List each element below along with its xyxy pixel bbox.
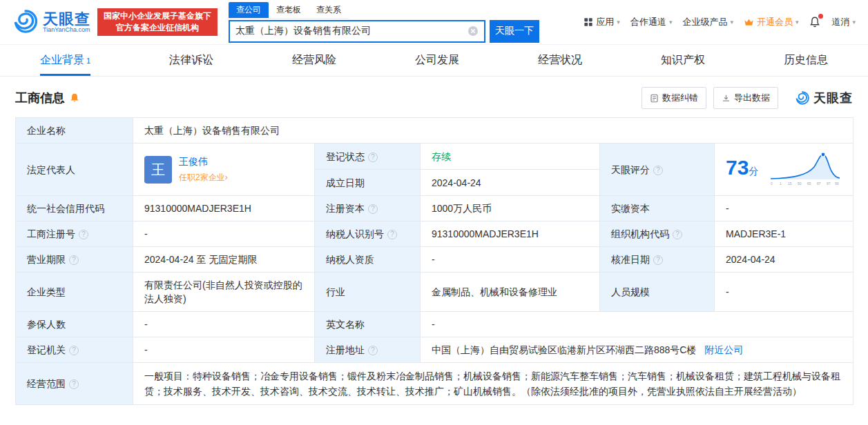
- address-label-text: 注册地址: [326, 344, 365, 355]
- top-menu: 应用 ▾ 合作通道 ▾ 企业级产品 ▾ 开通会员 ▾ 道消 ▾: [584, 16, 856, 28]
- gov-certification-badge: 国家中小企业发展子基金旗下 官方备案企业征信机构: [97, 8, 218, 36]
- org-code-label: 组织机构代码?: [600, 221, 715, 247]
- business-term-value: 2024-04-24 至 无固定期限: [133, 247, 315, 273]
- info-icon[interactable]: ?: [653, 166, 663, 175]
- tab-company-development[interactable]: 公司发展: [415, 45, 459, 76]
- search-tab-company[interactable]: 查公司: [229, 2, 269, 18]
- search-area: 查公司 查老板 查关系 天眼一下: [229, 2, 539, 43]
- chevron-down-icon: ▾: [795, 19, 799, 26]
- tianyancha-logo[interactable]: 天眼查 TianYanCha.com: [12, 8, 90, 37]
- tab-history-info[interactable]: 历史信息: [784, 45, 828, 76]
- reg-authority-label-text: 登记机关: [27, 344, 66, 355]
- info-icon[interactable]: ?: [387, 230, 397, 239]
- search-button[interactable]: 天眼一下: [490, 20, 539, 43]
- score-value: 73: [726, 156, 749, 179]
- subscribe-bell-icon[interactable]: [69, 92, 80, 103]
- tab-operation-status[interactable]: 经营状况: [538, 45, 582, 76]
- table-row: 企业类型 有限责任公司(非自然人投资或控股的法人独资) 行业 金属制品、机械和设…: [16, 273, 853, 312]
- address-label: 注册地址?: [315, 337, 421, 363]
- company-name-value: 太重（上海）设备销售有限公司: [133, 118, 853, 144]
- business-term-label-text: 营业期限: [27, 254, 66, 265]
- info-icon[interactable]: ?: [69, 255, 79, 265]
- legal-rep-name-link[interactable]: 王俊伟: [179, 155, 228, 168]
- paid-capital-value: -: [715, 196, 853, 221]
- tab-label: 企业背景: [40, 53, 84, 68]
- legal-rep-positions-link[interactable]: 任职2家企业›: [179, 170, 228, 184]
- menu-cooperation-label: 合作通道: [630, 16, 666, 28]
- info-icon[interactable]: ?: [79, 230, 88, 239]
- industry-label: 行业: [315, 273, 421, 312]
- watermark-brand-text: 天眼查: [813, 90, 853, 106]
- nearby-companies-link[interactable]: 附近公司: [704, 344, 743, 355]
- score-label-text: 天眼评分: [611, 164, 650, 175]
- search-input[interactable]: [235, 26, 467, 37]
- tab-intellectual-property[interactable]: 知识产权: [661, 45, 705, 76]
- legal-rep-cell: 王 王俊伟 任职2家企业›: [133, 144, 315, 196]
- menu-apps-label: 应用: [596, 16, 614, 28]
- document-edit-icon: [650, 94, 659, 103]
- notification-dot: [818, 14, 823, 19]
- menu-enterprise-label: 企业级产品: [682, 16, 727, 28]
- info-icon[interactable]: ?: [368, 152, 378, 162]
- business-info-section-head: 工商信息 数据纠错 导出数据 天眼查: [15, 87, 853, 109]
- svg-text:1: 1: [780, 181, 782, 186]
- menu-vip[interactable]: 开通会员 ▾: [744, 16, 799, 28]
- english-name-value: -: [421, 312, 853, 337]
- info-icon[interactable]: ?: [368, 204, 378, 214]
- staff-size-label: 人员规模: [600, 273, 715, 312]
- tianyancha-logo-icon: [12, 8, 39, 37]
- chevron-down-icon: ▾: [852, 19, 856, 26]
- reg-number-label-text: 工商注册号: [27, 228, 75, 239]
- reg-authority-value: -: [133, 337, 315, 363]
- tab-operation-risk[interactable]: 经营风险: [292, 45, 336, 76]
- tab-count-badge: 1: [86, 57, 90, 65]
- score-unit: 分: [749, 166, 758, 177]
- score-cell[interactable]: 73分 0 1 15 50 65 87 97 99: [715, 144, 853, 196]
- chevron-down-icon: ▾: [730, 19, 733, 26]
- svg-text:50: 50: [798, 181, 802, 186]
- legal-rep-label: 法定代表人: [16, 144, 133, 196]
- clear-search-icon[interactable]: [467, 26, 479, 37]
- menu-cooperation[interactable]: 合作通道 ▾: [630, 16, 673, 28]
- tianyancha-brand-icon: [795, 90, 810, 106]
- menu-enterprise-products[interactable]: 企业级产品 ▾: [682, 16, 733, 28]
- menu-apps[interactable]: 应用 ▾: [584, 16, 620, 28]
- info-icon[interactable]: ?: [673, 230, 682, 239]
- info-icon[interactable]: ?: [653, 255, 663, 265]
- download-icon: [722, 94, 731, 103]
- gov-badge-line2: 官方备案企业征信机构: [104, 22, 211, 34]
- svg-text:15: 15: [788, 181, 792, 186]
- info-icon[interactable]: ?: [69, 346, 79, 355]
- credit-code-value: 91310000MADJER3E1H: [133, 196, 315, 221]
- notifications-bell[interactable]: [809, 16, 821, 28]
- insured-value: -: [133, 312, 315, 337]
- table-row: 统一社会信用代码 91310000MADJER3E1H 注册资本? 1000万人…: [16, 196, 853, 221]
- crown-icon: [744, 17, 754, 28]
- export-data-button[interactable]: 导出数据: [713, 87, 778, 109]
- staff-size-value: -: [715, 273, 853, 312]
- tab-company-background[interactable]: 企业背景 1: [40, 45, 90, 76]
- search-tab-relation[interactable]: 查关系: [309, 2, 349, 18]
- logo-name: 天眼查: [43, 11, 90, 27]
- info-icon[interactable]: ?: [69, 379, 79, 389]
- search-tabs: 查公司 查老板 查关系: [229, 2, 349, 19]
- chevron-down-icon: ▾: [669, 19, 673, 26]
- reg-capital-label: 注册资本?: [315, 196, 421, 221]
- info-icon[interactable]: ?: [368, 346, 378, 355]
- section-title: 工商信息: [15, 90, 65, 106]
- taxpayer-quality-value: -: [421, 247, 600, 273]
- search-tab-boss[interactable]: 查老板: [269, 2, 309, 18]
- table-row: 法定代表人 王 王俊伟 任职2家企业› 登记状态? 存续 天眼评分? 73分: [16, 144, 853, 170]
- search-box: [229, 20, 485, 43]
- legal-rep-avatar[interactable]: 王: [144, 156, 172, 184]
- business-scope-value: 一般项目：特种设备销售；冶金专用设备销售；锻件及粉末冶金制品销售；机械设备销售；…: [133, 363, 853, 405]
- establish-date-value: 2024-04-24: [421, 170, 600, 196]
- company-name-label: 企业名称: [16, 118, 133, 144]
- business-info-table: 企业名称 太重（上海）设备销售有限公司 法定代表人 王 王俊伟 任职2家企业› …: [15, 117, 853, 405]
- svg-text:87: 87: [817, 181, 821, 186]
- score-label: 天眼评分?: [600, 144, 715, 196]
- data-correction-button[interactable]: 数据纠错: [642, 87, 706, 109]
- company-type-label: 企业类型: [16, 273, 133, 312]
- tab-legal-litigation[interactable]: 法律诉讼: [169, 45, 213, 76]
- user-menu[interactable]: 道消 ▾: [831, 16, 856, 28]
